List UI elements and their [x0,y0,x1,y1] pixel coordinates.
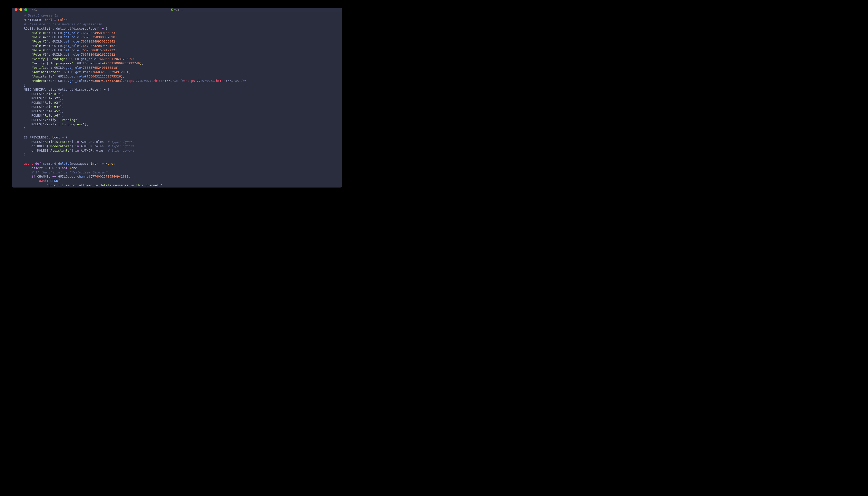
code-comment: # These are in here because of dynamicis… [24,22,102,26]
minimize-icon[interactable] [19,8,22,11]
code-ident: MENTIONED [24,18,41,21]
close-icon[interactable] [15,8,17,11]
fn-delete: async def command_delete(messages: int) … [24,162,115,166]
editor-viewport[interactable]: # Useful constants MENTIONED: bool = Fal… [12,12,342,187]
window-title: К vim . [171,8,183,12]
titlebar: ⌥⌘1 К vim . [12,8,342,12]
title-text: vim . [174,8,183,12]
roles-decl: ROLES: Dict[str, Optional[discord.Role]]… [24,27,107,30]
code-comment: # Useful constants [24,14,58,17]
terminal-window: ⌥⌘1 К vim . # Useful constants MENTIONED… [12,8,342,187]
need-verify-decl: NEED_VERIFY: List[Optional[discord.Role]… [24,88,109,91]
code-literal: False [58,18,67,21]
maximize-icon[interactable] [24,8,27,11]
is-prev-decl: IS_PREVILEGED: bool = ( [24,136,67,139]
traffic-lights [15,8,27,11]
tab-shortcut: ⌥⌘1 [32,8,37,12]
vim-icon: К [171,8,172,12]
code-type: bool [45,18,52,21]
